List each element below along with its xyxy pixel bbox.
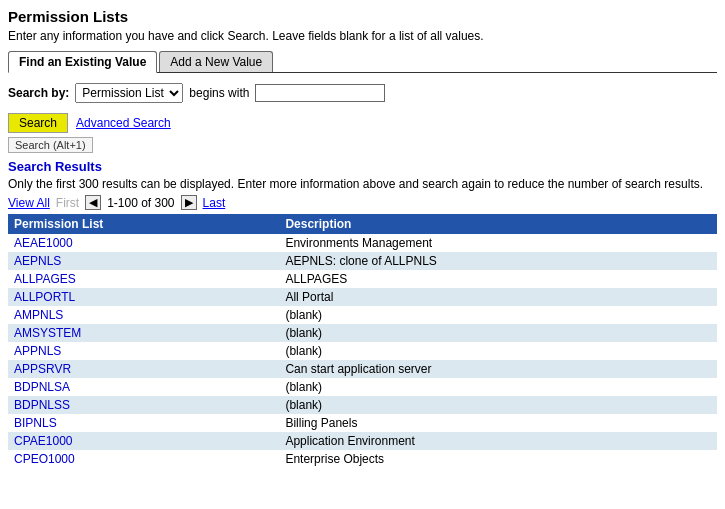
results-table: Permission List Description AEAE1000Envi… xyxy=(8,214,717,468)
permission-list-cell: CPEO1000 xyxy=(8,450,279,468)
table-row: AEPNLSAEPNLS: clone of ALLPNLS xyxy=(8,252,717,270)
permission-list-cell: AEPNLS xyxy=(8,252,279,270)
next-btn[interactable]: ▶ xyxy=(181,195,197,210)
description-cell: Enterprise Objects xyxy=(279,450,717,468)
begins-with-label: begins with xyxy=(189,86,249,100)
table-row: ALLPAGESALLPAGES xyxy=(8,270,717,288)
permission-list-cell: APPNLS xyxy=(8,342,279,360)
permission-list-cell: ALLPORTL xyxy=(8,288,279,306)
table-row: APPNLS(blank) xyxy=(8,342,717,360)
permission-list-link[interactable]: AMSYSTEM xyxy=(14,326,81,340)
permission-list-cell: BDPNLSA xyxy=(8,378,279,396)
tab-add-new[interactable]: Add a New Value xyxy=(159,51,273,72)
table-row: AMSYSTEM(blank) xyxy=(8,324,717,342)
permission-list-cell: CPAE1000 xyxy=(8,432,279,450)
table-row: BDPNLSS(blank) xyxy=(8,396,717,414)
permission-list-link[interactable]: AEAE1000 xyxy=(14,236,73,250)
permission-list-link[interactable]: BDPNLSA xyxy=(14,380,70,394)
table-row: BDPNLSA(blank) xyxy=(8,378,717,396)
table-row: AEAE1000Environments Management xyxy=(8,234,717,252)
table-row: APPSRVRCan start application server xyxy=(8,360,717,378)
table-row: AMPNLS(blank) xyxy=(8,306,717,324)
search-results-title: Search Results xyxy=(8,159,717,174)
description-cell: (blank) xyxy=(279,378,717,396)
search-form: Search by: Permission List begins with S… xyxy=(8,83,717,153)
permission-list-link[interactable]: CPAE1000 xyxy=(14,434,72,448)
description-cell: (blank) xyxy=(279,396,717,414)
tab-find-existing[interactable]: Find an Existing Value xyxy=(8,51,157,73)
page-title: Permission Lists xyxy=(8,8,717,25)
permission-list-link[interactable]: APPSRVR xyxy=(14,362,71,376)
table-row: CPEO1000Enterprise Objects xyxy=(8,450,717,468)
permission-list-link[interactable]: BDPNLSS xyxy=(14,398,70,412)
permission-list-cell: APPSRVR xyxy=(8,360,279,378)
description-cell: ALLPAGES xyxy=(279,270,717,288)
permission-list-cell: ALLPAGES xyxy=(8,270,279,288)
search-results-section: Search Results Only the first 300 result… xyxy=(8,159,717,468)
permission-list-link[interactable]: AMPNLS xyxy=(14,308,63,322)
prev-btn[interactable]: ◀ xyxy=(85,195,101,210)
table-row: CPAE1000Application Environment xyxy=(8,432,717,450)
description-cell: (blank) xyxy=(279,342,717,360)
permission-list-link[interactable]: CPEO1000 xyxy=(14,452,75,466)
description-cell: (blank) xyxy=(279,324,717,342)
search-field-select[interactable]: Permission List xyxy=(75,83,183,103)
advanced-search-link[interactable]: Advanced Search xyxy=(76,116,171,130)
col-permission-list: Permission List xyxy=(8,214,279,234)
description-cell: Can start application server xyxy=(279,360,717,378)
permission-list-link[interactable]: APPNLS xyxy=(14,344,61,358)
description-cell: All Portal xyxy=(279,288,717,306)
permission-list-link[interactable]: BIPNLS xyxy=(14,416,57,430)
permission-list-link[interactable]: ALLPORTL xyxy=(14,290,75,304)
permission-list-link[interactable]: AEPNLS xyxy=(14,254,61,268)
search-input[interactable] xyxy=(255,84,385,102)
first-label: First xyxy=(56,196,79,210)
results-notice: Only the first 300 results can be displa… xyxy=(8,177,717,191)
search-by-label: Search by: xyxy=(8,86,69,100)
last-link[interactable]: Last xyxy=(203,196,226,210)
search-button[interactable]: Search xyxy=(8,113,68,133)
permission-list-link[interactable]: ALLPAGES xyxy=(14,272,76,286)
permission-list-cell: BDPNLSS xyxy=(8,396,279,414)
description-cell: Billing Panels xyxy=(279,414,717,432)
permission-list-cell: AMPNLS xyxy=(8,306,279,324)
description-cell: AEPNLS: clone of ALLPNLS xyxy=(279,252,717,270)
page-description: Enter any information you have and click… xyxy=(8,29,717,43)
table-row: BIPNLSBilling Panels xyxy=(8,414,717,432)
description-cell: (blank) xyxy=(279,306,717,324)
table-row: ALLPORTLAll Portal xyxy=(8,288,717,306)
pagination-row: View All First ◀ 1-100 of 300 ▶ Last xyxy=(8,195,717,210)
col-description: Description xyxy=(279,214,717,234)
permission-list-cell: AEAE1000 xyxy=(8,234,279,252)
tabs-container: Find an Existing Value Add a New Value xyxy=(8,51,717,73)
permission-list-cell: BIPNLS xyxy=(8,414,279,432)
description-cell: Environments Management xyxy=(279,234,717,252)
description-cell: Application Environment xyxy=(279,432,717,450)
search-tooltip: Search (Alt+1) xyxy=(8,137,93,153)
pagination-count: 1-100 of 300 xyxy=(107,196,174,210)
permission-list-cell: AMSYSTEM xyxy=(8,324,279,342)
view-all-link[interactable]: View All xyxy=(8,196,50,210)
